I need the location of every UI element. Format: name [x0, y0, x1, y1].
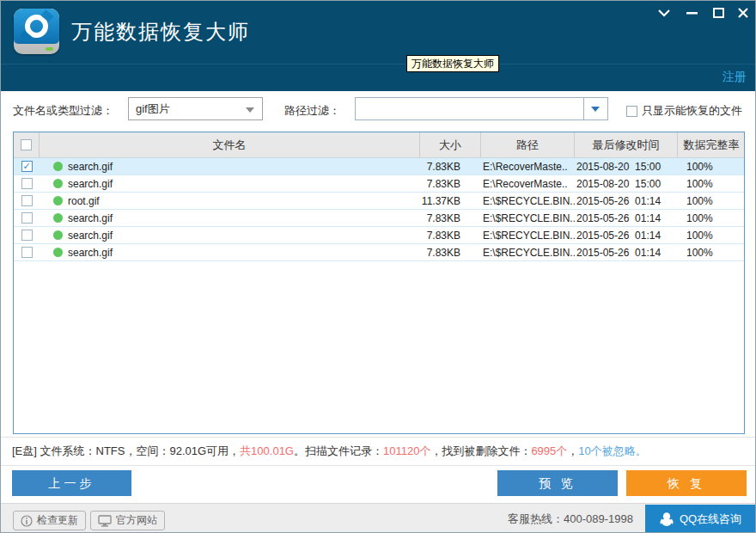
table-row[interactable]: search.gif7.83KBE:\$RECYCLE.BIN..2015-05… [14, 227, 744, 244]
status-dot-icon [53, 179, 63, 188]
status-segment: 101120个 [383, 444, 430, 457]
file-name-cell: search.gif [40, 247, 420, 259]
column-header-filename[interactable]: 文件名 [40, 132, 420, 157]
app-title: 万能数据恢复大师 [71, 18, 250, 46]
row-checkbox[interactable]: ✓ [14, 161, 40, 172]
row-checkbox[interactable] [14, 178, 40, 189]
file-name-cell: search.gif [40, 161, 420, 173]
dropdown-arrow-icon [591, 107, 600, 112]
table-row[interactable]: root.gif11.37KBE:\$RECYCLE.BIN..2015-05-… [14, 193, 744, 210]
status-dot-icon [53, 248, 63, 257]
preview-button[interactable]: 预 览 [497, 470, 618, 496]
qq-penguin-icon [659, 512, 674, 527]
tooltip: 万能数据恢复大师 [406, 55, 499, 72]
file-integrity-cell: 100% [678, 161, 745, 173]
path-filter-combobox[interactable] [355, 97, 608, 120]
row-checkbox[interactable] [14, 230, 40, 241]
previous-step-button[interactable]: 上一步 [12, 470, 131, 496]
minimize-button[interactable] [682, 5, 701, 21]
monitor-icon [98, 515, 112, 527]
file-table: 文件名 大小 路径 最后修改时间 数据完整率 ✓search.gif7.83KB… [13, 132, 745, 434]
column-header-path[interactable]: 路径 [481, 132, 575, 157]
file-size-cell: 7.83KB [420, 247, 481, 259]
status-dot-icon [53, 196, 63, 205]
file-integrity-cell: 100% [678, 230, 745, 242]
table-header: 文件名 大小 路径 最后修改时间 数据完整率 [14, 132, 744, 158]
file-type-value: gif图片 [136, 102, 170, 115]
status-segment: 10个被忽略。 [578, 444, 646, 457]
checkbox-icon [21, 212, 33, 224]
file-name-text: search.gif [68, 247, 113, 259]
checkbox-icon [21, 178, 33, 189]
hotline-text: 客服热线：400-089-1998 [508, 504, 633, 533]
file-name-text: search.gif [68, 212, 113, 224]
file-size-cell: 11.37KB [420, 195, 481, 207]
file-name-text: search.gif [68, 161, 113, 173]
status-segment: ， [567, 444, 578, 457]
file-integrity-cell: 100% [678, 178, 745, 190]
check-update-label: 检查更新 [37, 513, 78, 528]
file-size-cell: 7.83KB [420, 212, 481, 224]
path-dropdown-button[interactable] [583, 98, 607, 119]
row-checkbox[interactable] [14, 247, 40, 258]
table-row[interactable]: search.gif7.83KBE:\$RECYCLE.BIN..2015-05… [14, 244, 744, 261]
checkbox-icon [21, 230, 33, 241]
info-icon [21, 515, 33, 527]
file-integrity-cell: 100% [678, 212, 745, 224]
file-integrity-cell: 100% [678, 195, 745, 207]
file-integrity-cell: 100% [678, 247, 745, 259]
file-path-cell: E:\RecoverMaste.. [481, 161, 575, 173]
register-link[interactable]: 注册 [722, 70, 747, 85]
close-button[interactable] [734, 5, 753, 21]
file-name-text: search.gif [68, 178, 113, 190]
status-segment: ，找到被删除文件： [430, 444, 531, 457]
table-body: ✓search.gif7.83KBE:\RecoverMaste..2015-0… [14, 158, 744, 261]
file-modified-cell: 2015-05-26 01:14 [575, 247, 678, 259]
file-name-cell: search.gif [40, 230, 420, 242]
drive-led-icon [46, 47, 53, 51]
file-modified-cell: 2015-08-20 15:00 [575, 178, 678, 190]
official-site-label: 官方网站 [116, 513, 157, 528]
table-row[interactable]: ✓search.gif7.83KBE:\RecoverMaste..2015-0… [14, 158, 744, 175]
maximize-button[interactable] [709, 5, 728, 21]
file-type-dropdown[interactable]: gif图片 [128, 97, 263, 120]
check-update-button[interactable]: 检查更新 [13, 511, 86, 530]
checkbox-icon [21, 195, 33, 206]
sub-bar: 注册 [1, 64, 755, 91]
status-segment: [E盘] 文件系统：NTFS，空间：92.01G可用， [12, 444, 240, 457]
qq-chat-button[interactable]: QQ在线咨询 [645, 505, 755, 533]
only-recoverable-label: 只显示能恢复的文件 [642, 103, 742, 119]
row-checkbox[interactable] [14, 212, 40, 224]
column-header-modified[interactable]: 最后修改时间 [575, 132, 678, 157]
checkbox-icon [21, 247, 33, 258]
table-row[interactable]: search.gif7.83KBE:\RecoverMaste..2015-08… [14, 175, 744, 193]
file-path-cell: E:\$RECYCLE.BIN.. [481, 212, 575, 224]
file-modified-cell: 2015-05-26 01:14 [575, 195, 678, 207]
checkbox-icon [626, 106, 637, 117]
only-recoverable-checkbox[interactable]: 只显示能恢复的文件 [626, 103, 742, 119]
file-size-cell: 7.83KB [420, 230, 481, 242]
name-filter-label: 文件名或类型过滤： [13, 103, 113, 119]
row-checkbox[interactable] [14, 195, 40, 206]
chevron-down-icon[interactable] [655, 5, 674, 21]
select-all-checkbox[interactable] [14, 132, 40, 157]
status-dot-icon [53, 162, 63, 171]
file-size-cell: 7.83KB [420, 178, 481, 190]
dropdown-arrow-icon [246, 107, 254, 113]
official-site-button[interactable]: 官方网站 [90, 511, 165, 530]
file-path-cell: E:\$RECYCLE.BIN.. [481, 230, 575, 242]
file-modified-cell: 2015-05-26 01:14 [575, 212, 678, 224]
table-row[interactable]: search.gif7.83KBE:\$RECYCLE.BIN..2015-05… [14, 210, 744, 227]
file-size-cell: 7.83KB [420, 161, 481, 173]
status-segment: 6995个 [531, 444, 567, 457]
status-text: [E盘] 文件系统：NTFS，空间：92.01G可用，共100.01G。扫描文件… [12, 444, 647, 457]
column-header-integrity[interactable]: 数据完整率 [678, 132, 745, 157]
recover-button[interactable]: 恢 复 [626, 470, 747, 496]
file-modified-cell: 2015-08-20 15:00 [575, 161, 678, 173]
checkbox-icon: ✓ [21, 161, 33, 172]
file-modified-cell: 2015-05-26 01:14 [575, 230, 678, 242]
file-name-text: root.gif [68, 195, 100, 207]
column-header-size[interactable]: 大小 [420, 132, 481, 157]
file-name-cell: search.gif [40, 212, 420, 224]
path-filter-label: 路径过滤： [284, 103, 340, 119]
